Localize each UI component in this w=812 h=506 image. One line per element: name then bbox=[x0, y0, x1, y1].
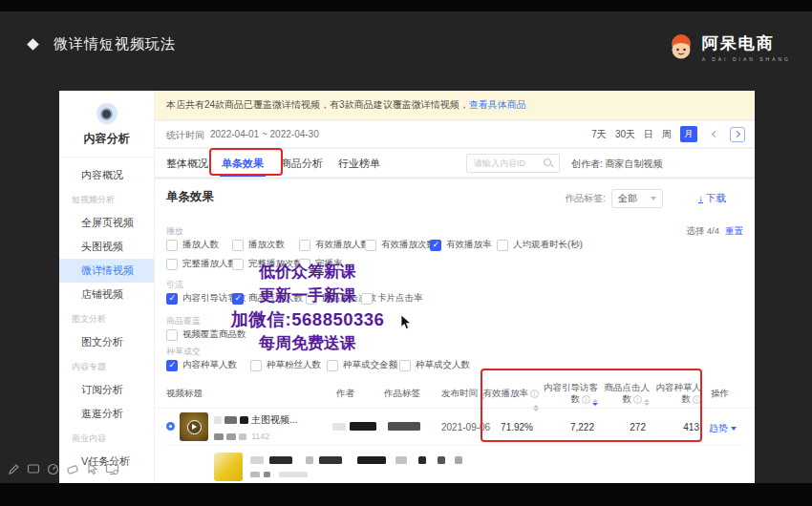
sort-icon[interactable] bbox=[644, 399, 650, 406]
checkbox-icon bbox=[497, 240, 508, 251]
video-thumbnail[interactable] bbox=[214, 453, 243, 481]
letterbox-bottom bbox=[0, 483, 812, 506]
work-tag-select[interactable]: 全部 bbox=[611, 189, 663, 208]
redacted-text bbox=[306, 456, 313, 464]
redacted-text bbox=[239, 433, 246, 440]
stat-time-label: 统计时间 bbox=[166, 129, 204, 142]
sidebar-item-subscription-analysis[interactable]: 订阅分析 bbox=[59, 378, 154, 402]
checkbox-play-users[interactable]: 播放人数 bbox=[166, 239, 219, 251]
reset-button[interactable]: 重置 bbox=[725, 225, 743, 238]
prev-period-button[interactable] bbox=[706, 127, 721, 142]
compass-icon[interactable] bbox=[47, 463, 59, 475]
col-guided-visitors[interactable]: 内容引导访客数 bbox=[541, 382, 598, 406]
table-row[interactable] bbox=[155, 449, 755, 483]
work-tag-value: 全部 bbox=[618, 192, 637, 205]
checkbox-icon bbox=[232, 259, 244, 270]
redacted-tag bbox=[388, 422, 420, 431]
row-select-icon[interactable] bbox=[166, 422, 175, 431]
checkbox-product-click-users[interactable]: 商品点击人数 bbox=[232, 292, 303, 305]
redacted-text bbox=[455, 456, 462, 464]
download-label: 下载 bbox=[706, 192, 726, 205]
info-icon[interactable] bbox=[530, 390, 539, 398]
checkbox-icon bbox=[166, 329, 178, 341]
pen-icon[interactable] bbox=[8, 463, 20, 475]
checkbox-complete-play-users[interactable]: 完整播放人数 bbox=[166, 258, 237, 270]
play-icon bbox=[187, 420, 202, 434]
sidebar-item-micro-detail-video[interactable]: 微详情视频 bbox=[59, 259, 154, 283]
col-content-seeded-users[interactable]: 内容种草人数 bbox=[652, 382, 701, 405]
redacted-text bbox=[395, 456, 407, 464]
checkbox-effective-play-rate[interactable]: 有效播放率 bbox=[430, 239, 492, 251]
sidebar-item-guangguang-analysis[interactable]: 逛逛分析 bbox=[59, 402, 154, 426]
stat-time: 统计时间 2022-04-01 ~ 2022-04-30 bbox=[166, 129, 319, 142]
checkbox-effective-play-users[interactable]: 有效播放人数 bbox=[299, 239, 370, 251]
checkbox-video-covered-products[interactable]: 视频覆盖商品数 bbox=[166, 328, 246, 341]
range-week-button[interactable]: 周 bbox=[662, 128, 672, 141]
redacted-text bbox=[264, 472, 270, 477]
checkbox-checked-icon bbox=[166, 360, 178, 371]
group-label-play: 播放 bbox=[166, 225, 183, 238]
search-icon[interactable] bbox=[543, 158, 554, 169]
range-month-button[interactable]: 月 bbox=[680, 126, 697, 142]
checkbox-complete-play-count[interactable]: 完整播放次数 bbox=[232, 258, 303, 270]
info-icon[interactable] bbox=[582, 395, 590, 404]
rectangle-icon[interactable] bbox=[27, 463, 40, 474]
checkbox-play-count[interactable]: 播放次数 bbox=[232, 239, 285, 251]
eraser-icon[interactable] bbox=[66, 463, 79, 475]
sidebar-item-content-overview[interactable]: 内容概况 bbox=[59, 163, 154, 187]
checkbox-effective-play-count[interactable]: 有效播放次数 bbox=[365, 239, 436, 251]
group-label-coverage: 商品覆盖 bbox=[166, 315, 201, 327]
col-product-click-users[interactable]: 商品点击人数 bbox=[600, 382, 650, 406]
effective-play-rate-value: 71.92% bbox=[478, 422, 533, 432]
info-icon[interactable] bbox=[633, 395, 642, 404]
sidebar-item-fullscreen-video[interactable]: 全屏页视频 bbox=[59, 211, 154, 235]
app-window: 内容分析 内容概况 短视频分析 全屏页视频 头图视频 微详情视频 店铺视频 图文… bbox=[59, 91, 755, 483]
sidebar-section-commercial-content: 商业内容 bbox=[59, 426, 154, 450]
checkbox-seed-gmv[interactable]: 种草成交金额 bbox=[327, 359, 397, 371]
tab-single-item-effect[interactable]: 单条效果 bbox=[222, 157, 264, 171]
content-card: 单条效果 作品标签: 全部 下载 播放 选择 4/4 重置 bbox=[155, 179, 755, 483]
checkbox-seed-buyers[interactable]: 种草成交人数 bbox=[399, 359, 470, 371]
tab-overall[interactable]: 整体概况 bbox=[166, 157, 208, 171]
content-id-search bbox=[466, 154, 560, 173]
next-period-button[interactable] bbox=[730, 127, 745, 142]
table-row[interactable]: 主图视频... 1142 2021-09-06 71.92% bbox=[155, 409, 755, 445]
checkbox-icon bbox=[299, 259, 310, 270]
checkbox-icon bbox=[327, 360, 338, 371]
screen-icon[interactable] bbox=[105, 463, 119, 475]
redacted-text bbox=[319, 456, 342, 464]
group-label-traffic: 引流 bbox=[166, 279, 183, 291]
range-day-button[interactable]: 日 bbox=[644, 128, 653, 141]
video-thumbnail[interactable] bbox=[180, 412, 208, 441]
brand-subtitle: A DAI DIAN SHANG bbox=[702, 56, 791, 62]
range-30d-button[interactable]: 30天 bbox=[615, 128, 635, 141]
redacted-text bbox=[226, 433, 236, 440]
video-title-block: 主图视频... 1142 bbox=[214, 413, 297, 441]
select-arrow-icon[interactable] bbox=[86, 462, 98, 475]
info-icon[interactable] bbox=[693, 395, 701, 404]
trend-button[interactable]: 趋势 bbox=[709, 422, 737, 435]
stat-time-bar: 统计时间 2022-04-01 ~ 2022-04-30 7天 30天 日 周 … bbox=[155, 121, 755, 147]
checkbox-completion-rate[interactable]: 完播率 bbox=[299, 258, 343, 270]
letterbox-top bbox=[0, 0, 812, 11]
checkbox-card-ctr[interactable]: 卡片点击率 bbox=[361, 292, 423, 305]
chevron-down-icon bbox=[651, 197, 656, 200]
sidebar-item-image-text-analysis[interactable]: 图文分析 bbox=[59, 330, 154, 354]
video-title: 主图视频... bbox=[251, 413, 297, 427]
view-products-link[interactable]: 查看具体商品 bbox=[469, 99, 526, 110]
checkbox-avg-watch-duration[interactable]: 人均观看时长(秒) bbox=[497, 239, 583, 251]
redacted-author bbox=[332, 423, 346, 431]
sort-desc-icon[interactable] bbox=[592, 399, 598, 406]
range-7d-button[interactable]: 7天 bbox=[591, 128, 607, 141]
checkbox-seeded-fans[interactable]: 种草粉丝人数 bbox=[250, 359, 321, 371]
table-header: 视频标题 作者 作品标签 发布时间 有效播放率 内容引导访客数 商品点击人数 内… bbox=[155, 376, 755, 409]
sidebar-item-shop-video[interactable]: 店铺视频 bbox=[59, 283, 154, 306]
sidebar-item-header-video[interactable]: 头图视频 bbox=[59, 235, 154, 259]
checkbox-icon bbox=[365, 240, 376, 251]
search-input[interactable] bbox=[467, 158, 543, 168]
tab-product-analysis[interactable]: 商品分析 bbox=[281, 157, 323, 171]
checkbox-content-seeded-users[interactable]: 内容种草人数 bbox=[166, 359, 237, 371]
download-button[interactable]: 下载 bbox=[698, 192, 726, 205]
redacted-text bbox=[250, 472, 260, 477]
tab-industry-ranking[interactable]: 行业榜单 bbox=[338, 157, 380, 171]
